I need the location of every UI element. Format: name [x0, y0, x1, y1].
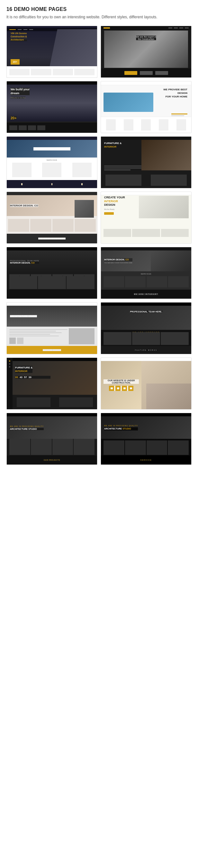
demo8-sub: We Are Ready [104, 208, 140, 210]
demo3-hero: We build yourdream [11, 88, 30, 95]
demo15-hero: ARCHITECTURE STUDIO [10, 428, 44, 430]
demo4-hero: WE PROVIDE BESTDESIGNFOR YOUR HOME [163, 88, 187, 99]
demo-card-1[interactable]: VIN UN Gonmo Construction & Architecture… [6, 26, 97, 78]
demo-card-12[interactable]: PROFESSIONAL TEAM HERE. WE ARE INTERART … [101, 302, 192, 354]
demo10-hero: INTERIOR DESIGN. CO [104, 258, 132, 261]
demo-card-8[interactable]: CREATE YOURINTERIORDESIGN We Are Ready [101, 192, 192, 244]
demo-card-13[interactable]: FURNITURE &INTERIOR 95 43 57 39 [6, 358, 97, 409]
demo3-sub: Welcome to Gonship [11, 97, 25, 99]
demo11-hero: ARCHITECTURE STUDIO [10, 315, 37, 317]
demo5-hero: SAY HELLO TO INTERART. [33, 147, 70, 151]
demo-card-15[interactable]: WE ARE IN PROVIDING QUALITY ARCHITECTURE… [6, 413, 97, 465]
demo16-footer: SERVICE [140, 459, 152, 461]
demo15-footer: OUR PROJECTS [44, 459, 60, 461]
demo-card-2[interactable]: We are the expert inthe Construction [101, 26, 192, 78]
demo9-hero: INTERIOR DESIGN. CO [10, 262, 39, 264]
page-title: 16 DEMO HOME PAGES [6, 6, 192, 12]
page-description: It is no difficulties for you to own an … [6, 14, 192, 20]
demo-card-16[interactable]: WE ARE IN PROVIDING QUALITY ARCHITECTURE… [101, 413, 192, 465]
demo12-footer: FEATURE WORKS [135, 349, 157, 351]
demo10-services: SERVICES [101, 273, 191, 275]
demo14-hero: OUR WEBSITE IS UNDER CONSTRUCTION. [103, 379, 139, 384]
demo-grid: VIN UN Gonmo Construction & Architecture… [6, 26, 192, 465]
demo-card-10[interactable]: INTERIOR DESIGN. CO YOU CAN EASILY SHOW … [101, 247, 192, 299]
demo-card-7[interactable]: INTERIOR DESIGN. CO WE ARE INTERART [6, 192, 97, 244]
demo12-hero: PROFESSIONAL TEAM HERE. [130, 311, 162, 313]
demo-card-5[interactable]: SAY HELLO TO INTERART. SERVICES 4 1 5 [6, 136, 97, 188]
demo11-footer: FEATURE WORKS [43, 349, 61, 351]
demo2-hero: We are the expert inthe Construction [136, 36, 156, 40]
demo7-hero: INTERIOR DESIGN. CO [10, 204, 38, 207]
demo-card-14[interactable]: OUR WEBSITE IS UNDER CONSTRUCTION. 95 43… [101, 358, 192, 409]
demo8-hero: CREATE YOURINTERIORDESIGN [104, 196, 140, 207]
demo10-footer: WE ARE INTERART [134, 293, 159, 295]
demo7-bottom: WE ARE INTERART [38, 238, 66, 240]
demo-card-9[interactable]: PROFESSIONAL TEAM HERE INTERIOR DESIGN. … [6, 247, 97, 299]
demo-card-4[interactable]: WE PROVIDE BESTDESIGNFOR YOUR HOME [101, 81, 192, 133]
demo5-services: SERVICES [7, 159, 97, 161]
demo-card-6[interactable]: FURNITURE &INTERIOR [101, 136, 192, 188]
demo-card-11[interactable]: ARCHITECTURE STUDIO FEATURE WORKS [6, 302, 97, 354]
demo6-hero: FURNITURE &INTERIOR [104, 142, 122, 149]
demo3-badge: 20+ [11, 116, 17, 120]
demo-card-3[interactable]: We build yourdream Welcome to Gonship 20… [6, 81, 97, 133]
demo13-hero: FURNITURE &INTERIOR [15, 366, 32, 373]
demo16-hero: ARCHITECTURE STUDIO [104, 427, 138, 431]
demo1-badge: 20+ [11, 59, 20, 65]
